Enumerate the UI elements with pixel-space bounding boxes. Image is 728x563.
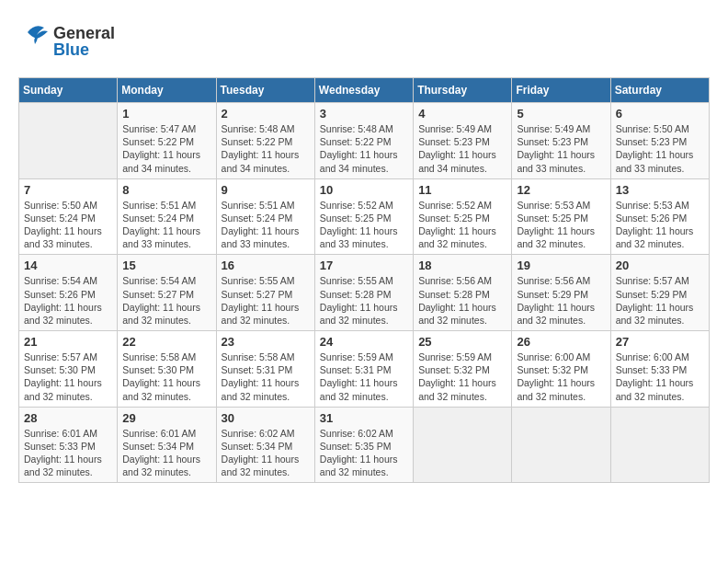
calendar-cell	[19, 103, 118, 179]
day-number: 5	[517, 107, 605, 121]
day-info: Sunrise: 5:52 AM Sunset: 5:25 PM Dayligh…	[320, 199, 408, 251]
day-info: Sunrise: 6:00 AM Sunset: 5:33 PM Dayligh…	[616, 350, 704, 403]
day-number: 25	[418, 335, 506, 349]
day-number: 19	[517, 259, 605, 272]
calendar-cell: 30Sunrise: 6:02 AM Sunset: 5:34 PM Dayli…	[216, 407, 314, 483]
day-info: Sunrise: 5:59 AM Sunset: 5:32 PM Dayligh…	[418, 350, 506, 403]
day-number: 21	[24, 335, 112, 349]
calendar-table: SundayMondayTuesdayWednesdayThursdayFrid…	[18, 77, 710, 483]
calendar-cell: 18Sunrise: 5:56 AM Sunset: 5:28 PM Dayli…	[414, 255, 512, 331]
calendar-cell: 5Sunrise: 5:49 AM Sunset: 5:23 PM Daylig…	[512, 103, 610, 179]
day-info: Sunrise: 6:02 AM Sunset: 5:35 PM Dayligh…	[320, 427, 408, 479]
calendar-cell	[512, 407, 610, 483]
page-header: General Blue	[18, 18, 710, 68]
day-info: Sunrise: 5:58 AM Sunset: 5:31 PM Dayligh…	[222, 350, 310, 403]
day-info: Sunrise: 5:57 AM Sunset: 5:30 PM Dayligh…	[24, 350, 112, 403]
calendar-cell	[414, 407, 512, 483]
day-info: Sunrise: 5:49 AM Sunset: 5:23 PM Dayligh…	[418, 122, 506, 175]
day-info: Sunrise: 6:01 AM Sunset: 5:33 PM Dayligh…	[24, 427, 112, 479]
day-info: Sunrise: 5:59 AM Sunset: 5:31 PM Dayligh…	[320, 350, 408, 403]
day-number: 29	[122, 411, 210, 425]
day-info: Sunrise: 5:56 AM Sunset: 5:29 PM Dayligh…	[517, 274, 605, 327]
col-header-saturday: Saturday	[610, 78, 709, 103]
day-number: 18	[418, 259, 506, 272]
calendar-cell: 22Sunrise: 5:58 AM Sunset: 5:30 PM Dayli…	[118, 331, 216, 408]
day-info: Sunrise: 6:01 AM Sunset: 5:34 PM Dayligh…	[122, 427, 210, 479]
calendar-cell: 27Sunrise: 6:00 AM Sunset: 5:33 PM Dayli…	[610, 331, 709, 408]
day-info: Sunrise: 5:50 AM Sunset: 5:24 PM Dayligh…	[24, 199, 112, 251]
day-number: 30	[222, 411, 310, 425]
day-number: 11	[418, 183, 506, 197]
calendar-cell: 16Sunrise: 5:55 AM Sunset: 5:27 PM Dayli…	[216, 255, 314, 331]
col-header-wednesday: Wednesday	[314, 78, 413, 103]
calendar-cell: 12Sunrise: 5:53 AM Sunset: 5:25 PM Dayli…	[512, 178, 610, 255]
calendar-week-3: 14Sunrise: 5:54 AM Sunset: 5:26 PM Dayli…	[19, 255, 710, 331]
calendar-cell: 11Sunrise: 5:52 AM Sunset: 5:25 PM Dayli…	[414, 178, 512, 255]
calendar-week-2: 7Sunrise: 5:50 AM Sunset: 5:24 PM Daylig…	[19, 178, 710, 255]
calendar-header-row: SundayMondayTuesdayWednesdayThursdayFrid…	[19, 78, 710, 103]
logo-svg: General Blue	[18, 18, 138, 64]
day-number: 2	[222, 107, 310, 121]
calendar-cell: 9Sunrise: 5:51 AM Sunset: 5:24 PM Daylig…	[216, 178, 314, 255]
day-info: Sunrise: 5:52 AM Sunset: 5:25 PM Dayligh…	[418, 199, 506, 251]
calendar-cell: 24Sunrise: 5:59 AM Sunset: 5:31 PM Dayli…	[314, 331, 413, 408]
col-header-monday: Monday	[118, 78, 216, 103]
calendar-cell: 23Sunrise: 5:58 AM Sunset: 5:31 PM Dayli…	[216, 331, 314, 408]
calendar-cell: 1Sunrise: 5:47 AM Sunset: 5:22 PM Daylig…	[118, 103, 216, 179]
calendar-cell: 17Sunrise: 5:55 AM Sunset: 5:28 PM Dayli…	[314, 255, 413, 331]
day-number: 14	[24, 259, 112, 272]
day-number: 15	[122, 259, 210, 272]
calendar-cell: 7Sunrise: 5:50 AM Sunset: 5:24 PM Daylig…	[19, 178, 118, 255]
day-info: Sunrise: 5:54 AM Sunset: 5:27 PM Dayligh…	[122, 274, 210, 327]
calendar-cell: 21Sunrise: 5:57 AM Sunset: 5:30 PM Dayli…	[19, 331, 118, 408]
day-number: 17	[320, 259, 408, 272]
svg-text:Blue: Blue	[53, 40, 89, 59]
day-info: Sunrise: 5:48 AM Sunset: 5:22 PM Dayligh…	[222, 122, 310, 175]
svg-text:General: General	[53, 24, 115, 42]
day-number: 10	[320, 183, 408, 197]
calendar-week-5: 28Sunrise: 6:01 AM Sunset: 5:33 PM Dayli…	[19, 407, 710, 483]
calendar-cell: 29Sunrise: 6:01 AM Sunset: 5:34 PM Dayli…	[118, 407, 216, 483]
calendar-week-1: 1Sunrise: 5:47 AM Sunset: 5:22 PM Daylig…	[19, 103, 710, 179]
calendar-cell: 14Sunrise: 5:54 AM Sunset: 5:26 PM Dayli…	[19, 255, 118, 331]
day-number: 26	[517, 335, 605, 349]
day-info: Sunrise: 5:48 AM Sunset: 5:22 PM Dayligh…	[320, 122, 408, 175]
col-header-tuesday: Tuesday	[216, 78, 314, 103]
calendar-cell: 31Sunrise: 6:02 AM Sunset: 5:35 PM Dayli…	[314, 407, 413, 483]
day-info: Sunrise: 5:55 AM Sunset: 5:28 PM Dayligh…	[320, 274, 408, 327]
day-number: 22	[122, 335, 210, 349]
day-number: 28	[24, 411, 112, 425]
day-number: 31	[320, 411, 408, 425]
day-info: Sunrise: 6:00 AM Sunset: 5:32 PM Dayligh…	[517, 350, 605, 403]
day-info: Sunrise: 5:56 AM Sunset: 5:28 PM Dayligh…	[418, 274, 506, 327]
day-info: Sunrise: 5:50 AM Sunset: 5:23 PM Dayligh…	[616, 122, 704, 175]
calendar-cell: 19Sunrise: 5:56 AM Sunset: 5:29 PM Dayli…	[512, 255, 610, 331]
day-number: 24	[320, 335, 408, 349]
day-info: Sunrise: 5:49 AM Sunset: 5:23 PM Dayligh…	[517, 122, 605, 175]
day-number: 7	[24, 183, 112, 197]
calendar-cell: 2Sunrise: 5:48 AM Sunset: 5:22 PM Daylig…	[216, 103, 314, 179]
day-info: Sunrise: 5:58 AM Sunset: 5:30 PM Dayligh…	[122, 350, 210, 403]
calendar-week-4: 21Sunrise: 5:57 AM Sunset: 5:30 PM Dayli…	[19, 331, 710, 408]
day-info: Sunrise: 5:47 AM Sunset: 5:22 PM Dayligh…	[122, 122, 210, 175]
day-number: 4	[418, 107, 506, 121]
calendar-cell: 4Sunrise: 5:49 AM Sunset: 5:23 PM Daylig…	[414, 103, 512, 179]
calendar-cell: 8Sunrise: 5:51 AM Sunset: 5:24 PM Daylig…	[118, 178, 216, 255]
calendar-cell: 26Sunrise: 6:00 AM Sunset: 5:32 PM Dayli…	[512, 331, 610, 408]
day-number: 8	[122, 183, 210, 197]
calendar-cell: 10Sunrise: 5:52 AM Sunset: 5:25 PM Dayli…	[314, 178, 413, 255]
day-number: 16	[222, 259, 310, 272]
calendar-cell: 15Sunrise: 5:54 AM Sunset: 5:27 PM Dayli…	[118, 255, 216, 331]
calendar-cell: 6Sunrise: 5:50 AM Sunset: 5:23 PM Daylig…	[610, 103, 709, 179]
day-info: Sunrise: 5:51 AM Sunset: 5:24 PM Dayligh…	[222, 199, 310, 251]
day-number: 23	[222, 335, 310, 349]
calendar-cell: 3Sunrise: 5:48 AM Sunset: 5:22 PM Daylig…	[314, 103, 413, 179]
day-info: Sunrise: 5:54 AM Sunset: 5:26 PM Dayligh…	[24, 274, 112, 327]
calendar-cell: 20Sunrise: 5:57 AM Sunset: 5:29 PM Dayli…	[610, 255, 709, 331]
day-number: 6	[616, 107, 704, 121]
day-info: Sunrise: 5:53 AM Sunset: 5:26 PM Dayligh…	[616, 199, 704, 251]
calendar-cell: 25Sunrise: 5:59 AM Sunset: 5:32 PM Dayli…	[414, 331, 512, 408]
day-number: 20	[616, 259, 704, 272]
day-number: 12	[517, 183, 605, 197]
col-header-thursday: Thursday	[414, 78, 512, 103]
